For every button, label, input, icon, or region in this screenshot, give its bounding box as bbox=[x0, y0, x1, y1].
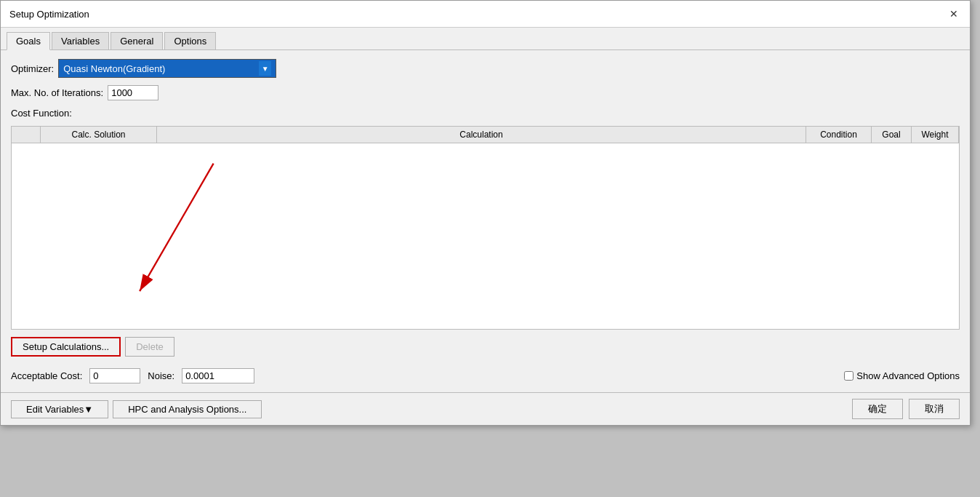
title-bar: Setup Optimization ✕ bbox=[1, 1, 970, 28]
noise-label: Noise: bbox=[148, 370, 174, 381]
cost-function-section: Cost Function: bbox=[11, 108, 960, 119]
noise-input[interactable] bbox=[182, 368, 254, 383]
action-buttons-row: Setup Calculations... Delete bbox=[11, 337, 960, 357]
optimizer-label: Optimizer: bbox=[11, 63, 54, 74]
show-advanced-text: Show Advanced Options bbox=[856, 370, 960, 381]
close-button[interactable]: ✕ bbox=[947, 7, 961, 21]
optimizer-row: Optimizer: Quasi Newton(Gradient) ▼ bbox=[11, 59, 960, 78]
main-content: Optimizer: Quasi Newton(Gradient) ▼ Max.… bbox=[1, 50, 970, 392]
footer-right-buttons: 确定 取消 bbox=[852, 399, 960, 419]
tab-variables[interactable]: Variables bbox=[52, 32, 109, 49]
tab-bar: Goals Variables General Options bbox=[1, 28, 970, 50]
tab-goals[interactable]: Goals bbox=[7, 32, 50, 50]
show-advanced-container: Show Advanced Options bbox=[844, 370, 960, 381]
dropdown-arrow-icon[interactable]: ▼ bbox=[258, 61, 271, 76]
show-advanced-label[interactable]: Show Advanced Options bbox=[844, 370, 960, 381]
setup-optimization-dialog: Setup Optimization ✕ Goals Variables Gen… bbox=[0, 0, 971, 426]
setup-calculations-button[interactable]: Setup Calculations... bbox=[11, 337, 121, 357]
max-iterations-label: Max. No. of Iterations: bbox=[11, 87, 103, 98]
hpc-options-button[interactable]: HPC and Analysis Options... bbox=[113, 400, 262, 418]
th-weight: Weight bbox=[912, 127, 959, 143]
acceptable-cost-input[interactable] bbox=[89, 368, 140, 383]
cost-function-label: Cost Function: bbox=[11, 108, 72, 119]
table-body bbox=[12, 143, 959, 318]
edit-variables-button[interactable]: Edit Variables▼ bbox=[11, 400, 108, 418]
th-condition: Condition bbox=[806, 127, 872, 143]
delete-button[interactable]: Delete bbox=[125, 337, 174, 357]
th-calc-solution: Calc. Solution bbox=[41, 127, 157, 143]
optimizer-value: Quasi Newton(Gradient) bbox=[63, 63, 165, 74]
ok-button[interactable]: 确定 bbox=[852, 399, 903, 419]
bottom-options-row: Acceptable Cost: Noise: Show Advanced Op… bbox=[11, 364, 960, 383]
footer-left-buttons: Edit Variables▼ HPC and Analysis Options… bbox=[11, 400, 262, 418]
optimizer-dropdown[interactable]: Quasi Newton(Gradient) ▼ bbox=[58, 59, 276, 78]
th-calculation: Calculation bbox=[157, 127, 806, 143]
footer: Edit Variables▼ HPC and Analysis Options… bbox=[1, 392, 970, 425]
show-advanced-checkbox[interactable] bbox=[844, 371, 854, 381]
table-header: Calc. Solution Calculation Condition Goa… bbox=[12, 127, 959, 143]
svg-line-1 bbox=[140, 164, 214, 291]
cost-function-table: Calc. Solution Calculation Condition Goa… bbox=[11, 126, 960, 330]
tab-options[interactable]: Options bbox=[164, 32, 216, 49]
tab-general[interactable]: General bbox=[111, 32, 163, 49]
th-index bbox=[12, 127, 41, 143]
arrow-annotation bbox=[12, 143, 959, 318]
dialog-title: Setup Optimization bbox=[9, 9, 89, 20]
max-iterations-row: Max. No. of Iterations: bbox=[11, 85, 960, 100]
th-goal: Goal bbox=[872, 127, 912, 143]
max-iterations-input[interactable] bbox=[108, 85, 158, 100]
cancel-button[interactable]: 取消 bbox=[909, 399, 960, 419]
acceptable-cost-label: Acceptable Cost: bbox=[11, 370, 82, 381]
